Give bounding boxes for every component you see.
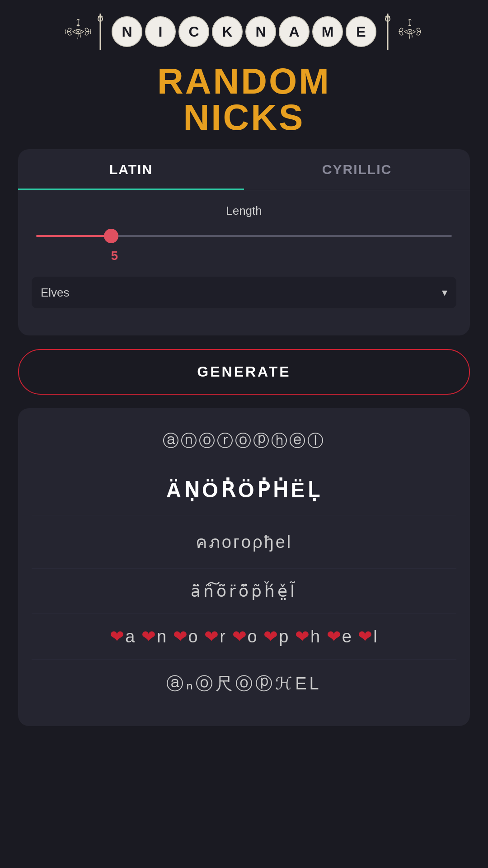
slider-track bbox=[36, 235, 452, 237]
tab-latin[interactable]: LATIN bbox=[18, 149, 244, 190]
svg-point-11 bbox=[409, 31, 411, 33]
dropdown-select[interactable]: Elves ▾ bbox=[41, 277, 447, 308]
slider-fill bbox=[36, 235, 111, 237]
letter-A: A bbox=[279, 16, 310, 47]
deco-right-icon bbox=[396, 18, 423, 45]
deco-right bbox=[381, 14, 423, 50]
title-line1: RANDOM bbox=[0, 63, 488, 99]
dropdown-arrow-icon: ▾ bbox=[442, 286, 447, 299]
results-card: ⓐⓝⓞⓡⓞⓟⓗⓔⓛ ÄṆÖṘÖṖḢËḶ คภoгoρђel ã̈ñ͠ö̃r̈õ͊… bbox=[18, 408, 470, 726]
letter-E: E bbox=[346, 16, 376, 47]
deco-left bbox=[65, 14, 107, 50]
generate-button[interactable]: GENERATE bbox=[18, 349, 470, 395]
main-card: LATIN CYRILLIC Length 5 Elves ▾ bbox=[18, 149, 470, 335]
svg-point-9 bbox=[408, 24, 411, 26]
letter-C: C bbox=[178, 16, 209, 47]
result-bold-dots: ÄṆÖṘÖṖḢËḶ bbox=[32, 465, 456, 515]
header: N I C K N A M E bbox=[0, 0, 488, 54]
nickname-logo: N I C K N A M E bbox=[112, 16, 376, 47]
slider-wrapper bbox=[36, 227, 452, 245]
letter-K: K bbox=[212, 16, 243, 47]
tabs-container: LATIN CYRILLIC bbox=[18, 149, 470, 190]
letter-N: N bbox=[112, 16, 142, 47]
svg-point-1 bbox=[77, 24, 80, 26]
result-hearts: ❤a ❤n ❤o ❤r ❤o ❤p ❤h ❤e ❤l bbox=[32, 614, 456, 660]
title-block: RANDOM NICKS bbox=[0, 63, 488, 136]
letter-M: M bbox=[312, 16, 343, 47]
title-line2: NICKS bbox=[0, 99, 488, 136]
result-angular: คภoгoρђel bbox=[32, 515, 456, 569]
tab-content-latin: Length 5 Elves ▾ bbox=[18, 190, 470, 322]
slider-value: 5 bbox=[36, 249, 452, 263]
result-fancy: ⓐₙⓞ尺ⓞⓟℋEL bbox=[32, 660, 456, 708]
slider-container: 5 bbox=[32, 227, 456, 263]
letter-N2: N bbox=[245, 16, 276, 47]
staff-right-icon bbox=[381, 14, 394, 50]
svg-point-3 bbox=[77, 31, 79, 33]
deco-left-icon bbox=[65, 18, 92, 45]
tab-cyrillic[interactable]: CYRILLIC bbox=[244, 149, 470, 190]
result-stacked: ã̈ñ͠ö̃r̈õ͊p̃ȟ́ě̤l̃ bbox=[32, 569, 456, 614]
length-label: Length bbox=[32, 204, 456, 218]
result-circled: ⓐⓝⓞⓡⓞⓟⓗⓔⓛ bbox=[32, 417, 456, 465]
dropdown-container: Elves ▾ bbox=[32, 277, 456, 308]
letter-I: I bbox=[145, 16, 176, 47]
slider-thumb[interactable] bbox=[104, 229, 118, 243]
dropdown-label: Elves bbox=[41, 286, 70, 300]
staff-left-icon bbox=[94, 14, 107, 50]
